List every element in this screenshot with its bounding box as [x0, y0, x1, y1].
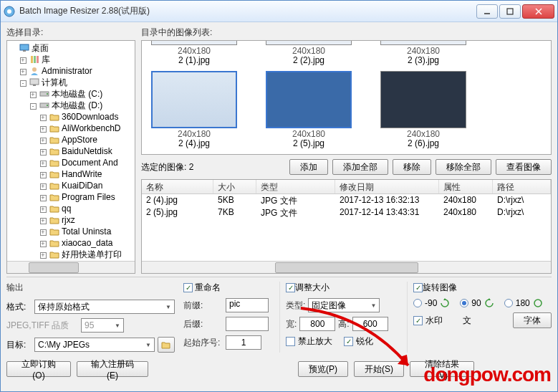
folder-icon [49, 192, 60, 202]
tree-toggle-icon[interactable]: + [29, 89, 37, 99]
table-scrollbar[interactable] [142, 261, 551, 273]
thumbnail-item[interactable]: 240x1802 (4).jpg [148, 71, 241, 148]
tree-toggle-icon[interactable]: - [19, 77, 27, 87]
tree-toggle-icon[interactable]: + [39, 169, 47, 179]
thumbnail-item[interactable]: 240x1802 (5).jpg [262, 71, 355, 148]
tree-node[interactable]: +AliWorkbenchD [9, 123, 133, 134]
drive-icon [39, 100, 50, 110]
rename-checkbox[interactable]: ✓ [183, 283, 193, 292]
tree-node[interactable]: 桌面 [9, 42, 133, 54]
col-date[interactable]: 修改日期 [335, 180, 439, 193]
tree-toggle-icon[interactable]: + [39, 192, 47, 202]
tree-toggle-icon[interactable]: + [39, 181, 47, 191]
view-image-button[interactable]: 查看图像 [496, 159, 552, 175]
order-button[interactable]: 立即订购(O) [6, 361, 71, 377]
tree-scrollbar[interactable] [7, 261, 135, 273]
resize-type-select[interactable]: 固定图像▼ [308, 298, 380, 312]
tree-node[interactable]: +BaiduNetdisk [9, 145, 133, 157]
col-size[interactable]: 大小 [213, 180, 256, 193]
font-button[interactable]: 字体 [513, 312, 552, 328]
tree-toggle-icon[interactable]: + [39, 215, 47, 225]
browse-button[interactable] [158, 337, 175, 353]
tree-node[interactable]: +Program Files [9, 191, 133, 203]
folder-icon [49, 249, 60, 259]
rotate-90-radio[interactable] [460, 299, 468, 307]
resize-checkbox[interactable]: ✓ [286, 283, 295, 292]
format-select[interactable]: 保持原始格式▼ [34, 300, 175, 314]
start-button[interactable]: 开始(S) [354, 361, 404, 377]
selected-table[interactable]: 名称 大小 类型 修改日期 属性 路径 2 (4).jpg5KBJPG 文件20… [141, 179, 552, 274]
start-number-input[interactable]: 1 [226, 335, 261, 350]
tree-toggle-icon[interactable]: - [29, 100, 37, 110]
register-button[interactable]: 输入注册码(E) [77, 361, 148, 377]
close-button[interactable] [522, 4, 554, 19]
tree-node[interactable]: +好用快递单打印 [9, 249, 133, 260]
tree-node[interactable]: -本地磁盘 (D:) [9, 100, 133, 111]
tree-node[interactable]: +360Downloads [9, 111, 133, 123]
tree-node[interactable]: +AppStore [9, 134, 133, 145]
col-type[interactable]: 类型 [256, 180, 335, 193]
thumbnail-item[interactable]: 240x1802 (6).jpg [377, 71, 470, 148]
folder-icon [49, 146, 60, 156]
remove-all-button[interactable]: 移除全部 [436, 159, 491, 175]
tree-toggle-icon[interactable]: + [39, 158, 47, 168]
col-path[interactable]: 路径 [493, 180, 551, 193]
thumbnail-item[interactable]: 240x1802 (3).jpg [377, 40, 470, 65]
rotate-neg90-radio[interactable] [413, 299, 422, 307]
height-input[interactable]: 600 [352, 317, 388, 331]
preview-button[interactable]: 预览(P) [298, 361, 348, 377]
add-all-button[interactable]: 添加全部 [332, 159, 388, 175]
width-input[interactable]: 800 [299, 317, 335, 331]
col-name[interactable]: 名称 [142, 180, 213, 193]
tree-toggle-icon[interactable]: + [19, 54, 27, 64]
remove-button[interactable]: 移除 [393, 159, 431, 175]
thumbnail-item[interactable]: 240x1802 (2).jpg [262, 40, 355, 65]
col-attr[interactable]: 属性 [439, 180, 493, 193]
tree-toggle-icon[interactable]: + [39, 204, 47, 214]
tree-node[interactable]: +HandWrite [9, 168, 133, 180]
tree-toggle-icon[interactable]: + [19, 66, 27, 76]
clear-results-button[interactable]: 清除结果(V) [410, 361, 474, 377]
tree-toggle-icon[interactable]: + [39, 146, 47, 156]
suffix-input[interactable] [226, 317, 269, 331]
thumbnail-item[interactable]: 240x1802 (1).jpg [148, 40, 241, 65]
tree-node[interactable]: +本地磁盘 (C:) [9, 88, 133, 100]
app-icon [4, 6, 15, 17]
rotate-checkbox[interactable]: ✓ [413, 283, 423, 292]
tree-node[interactable]: +库 [9, 54, 133, 65]
tree-toggle-icon[interactable]: + [39, 112, 47, 122]
folder-icon [49, 158, 60, 168]
target-label: 目标: [6, 339, 32, 351]
tree-toggle-icon[interactable]: + [39, 226, 47, 236]
tree-node[interactable]: +qq [9, 203, 133, 214]
folder-open-icon [161, 340, 171, 349]
tree-node[interactable]: -计算机 [9, 77, 133, 88]
add-button[interactable]: 添加 [289, 159, 328, 175]
target-select[interactable]: C:\My JPEGs▼ [34, 338, 155, 352]
sharpen-checkbox[interactable]: ✓ [344, 337, 353, 346]
window-title: Batch Image Resizer 2.88(试用版) [19, 5, 476, 17]
tree-toggle-icon[interactable]: + [39, 249, 47, 259]
tree-node[interactable]: +Total Uninsta [9, 226, 133, 237]
svg-rect-13 [33, 85, 36, 86]
table-row[interactable]: 2 (4).jpg5KBJPG 文件2017-12-13 16:32:13240… [142, 194, 551, 206]
maximize-button[interactable] [499, 4, 521, 19]
watermark-checkbox[interactable]: ✓ [413, 316, 423, 325]
tree-toggle-icon[interactable]: + [39, 135, 47, 145]
computer-icon [29, 77, 40, 87]
tree-node[interactable]: +KuaiDiDan [9, 180, 133, 191]
folder-tree[interactable]: 桌面+库+Administrator-计算机+本地磁盘 (C:)-本地磁盘 (D… [6, 40, 135, 274]
prefix-input[interactable]: pic [226, 298, 269, 312]
minimize-button[interactable] [476, 4, 498, 19]
tree-toggle-icon[interactable]: + [39, 123, 47, 133]
no-enlarge-checkbox[interactable] [286, 337, 295, 346]
tree-node[interactable]: +Document And [9, 157, 133, 168]
quality-label: JPEG,TIFF 品质 [6, 320, 78, 332]
tree-node[interactable]: +Administrator [9, 65, 133, 77]
thumbnail-list[interactable]: 240x1802 (1).jpg240x1802 (2).jpg240x1802… [141, 40, 552, 155]
tree-node[interactable]: +xiaocao_data [9, 237, 133, 249]
rotate-180-radio[interactable] [504, 299, 513, 307]
tree-node[interactable]: +rjxz [9, 214, 133, 226]
table-row[interactable]: 2 (5).jpg7KBJPG 文件2017-12-14 13:43:31240… [142, 206, 551, 219]
tree-toggle-icon[interactable]: + [39, 238, 47, 248]
